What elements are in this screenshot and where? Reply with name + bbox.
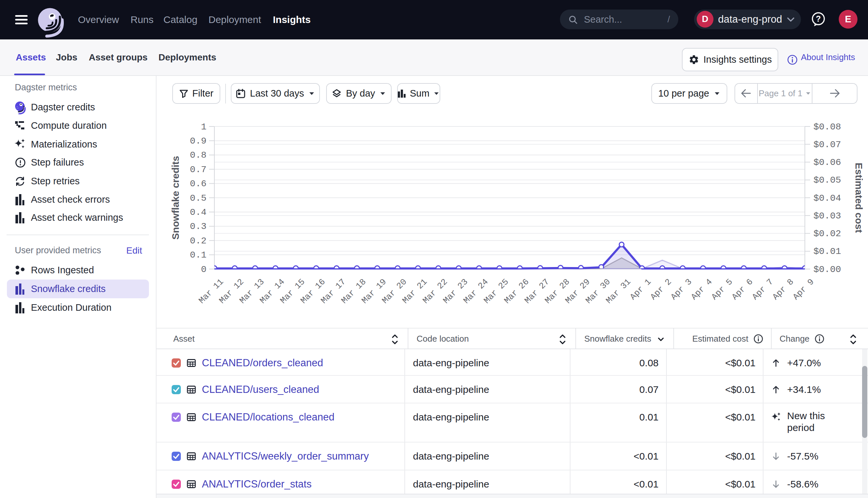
svg-text:Apr 1: Apr 1 <box>628 277 653 302</box>
svg-text:0.1: 0.1 <box>190 250 206 260</box>
svg-text:$0.04: $0.04 <box>814 193 841 204</box>
svg-text:Apr 5: Apr 5 <box>710 277 735 302</box>
svg-text:$0.03: $0.03 <box>814 211 841 221</box>
svg-text:0.6: 0.6 <box>190 179 206 189</box>
svg-text:$0.00: $0.00 <box>814 264 841 275</box>
svg-text:0.4: 0.4 <box>190 207 206 218</box>
svg-text:Apr 4: Apr 4 <box>689 277 714 302</box>
svg-text:0.8: 0.8 <box>190 150 206 160</box>
svg-text:?: ? <box>816 14 821 23</box>
svg-text:$0.02: $0.02 <box>814 228 841 239</box>
svg-text:0.2: 0.2 <box>190 236 206 246</box>
svg-text:$0.01: $0.01 <box>814 246 841 257</box>
svg-text:$0.05: $0.05 <box>814 175 841 185</box>
svg-text:Apr 3: Apr 3 <box>669 277 694 302</box>
svg-text:Apr 8: Apr 8 <box>771 277 796 302</box>
svg-text:$0.06: $0.06 <box>814 157 841 168</box>
svg-text:0: 0 <box>201 264 206 275</box>
svg-text:Apr 7: Apr 7 <box>750 277 775 302</box>
svg-text:Apr 9: Apr 9 <box>791 277 816 302</box>
svg-text:0.3: 0.3 <box>190 221 206 232</box>
svg-text:$0.07: $0.07 <box>814 140 841 150</box>
svg-text:Estimated cost: Estimated cost <box>854 162 864 233</box>
svg-text:$0.08: $0.08 <box>814 122 841 132</box>
svg-text:Snowflake credits: Snowflake credits <box>170 156 181 239</box>
svg-text:0.9: 0.9 <box>190 136 206 146</box>
svg-text:0.5: 0.5 <box>190 193 206 204</box>
svg-text:0.7: 0.7 <box>190 165 206 175</box>
svg-text:Apr 6: Apr 6 <box>730 277 755 302</box>
svg-text:Apr 2: Apr 2 <box>648 277 673 302</box>
svg-text:1: 1 <box>201 122 206 132</box>
